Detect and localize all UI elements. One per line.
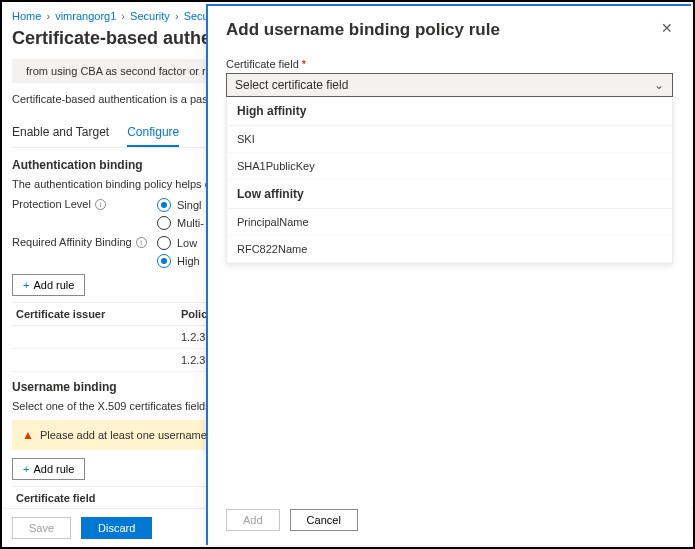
cert-field-label: Certificate field *	[226, 58, 673, 70]
breadcrumb-sep: ›	[175, 10, 179, 22]
info-icon[interactable]: i	[136, 237, 147, 248]
option-sha1publickey[interactable]: SHA1PublicKey	[227, 153, 672, 180]
protection-level-label: Protection Level i	[12, 198, 157, 210]
panel-cancel-button[interactable]: Cancel	[290, 509, 358, 531]
add-rule-button-user[interactable]: + Add rule	[12, 458, 85, 480]
group-low-affinity: Low affinity	[227, 180, 672, 209]
close-icon[interactable]: ✕	[661, 20, 673, 36]
discard-button[interactable]: Discard	[81, 517, 152, 539]
col-cert-field: Certificate field	[16, 492, 95, 504]
breadcrumb-link-security[interactable]: Security	[130, 10, 170, 22]
option-ski[interactable]: SKI	[227, 126, 672, 153]
affinity-low-label: Low	[177, 237, 197, 249]
affinity-high-radio[interactable]: High	[157, 254, 200, 268]
add-rule-button-auth[interactable]: + Add rule	[12, 274, 85, 296]
panel-title: Add username binding policy rule	[226, 20, 500, 40]
plus-icon: +	[23, 279, 29, 291]
save-button: Save	[12, 517, 71, 539]
affinity-low-radio[interactable]: Low	[157, 236, 200, 250]
cell-oid: 1.2.3	[181, 354, 205, 366]
cert-field-select[interactable]: Select certificate field ⌄	[226, 73, 673, 97]
side-panel: Add username binding policy rule ✕ Certi…	[206, 4, 691, 545]
select-placeholder: Select certificate field	[235, 78, 348, 92]
col-cert-issuer: Certificate issuer	[16, 308, 181, 320]
breadcrumb-link-home[interactable]: Home	[12, 10, 41, 22]
radio-icon	[157, 216, 171, 230]
plus-icon: +	[23, 463, 29, 475]
protection-single-radio[interactable]: Singl	[157, 198, 204, 212]
radio-icon	[157, 254, 171, 268]
radio-icon	[157, 198, 171, 212]
panel-add-button: Add	[226, 509, 280, 531]
protection-multi-radio[interactable]: Multi-	[157, 216, 204, 230]
add-rule-label: Add rule	[33, 279, 74, 291]
chevron-down-icon: ⌄	[654, 78, 664, 92]
option-rfc822name[interactable]: RFC822Name	[227, 236, 672, 263]
breadcrumb-sep: ›	[46, 10, 50, 22]
protection-multi-label: Multi-	[177, 217, 204, 229]
cell-oid: 1.2.3	[181, 331, 205, 343]
radio-icon	[157, 236, 171, 250]
tab-configure[interactable]: Configure	[127, 119, 179, 147]
breadcrumb-link-org[interactable]: vimrangorg1	[55, 10, 116, 22]
warning-icon: ▲	[22, 428, 34, 442]
tab-enable-target[interactable]: Enable and Target	[12, 119, 109, 147]
protection-single-label: Singl	[177, 199, 201, 211]
option-principalname[interactable]: PrincipalName	[227, 209, 672, 236]
add-rule-label: Add rule	[33, 463, 74, 475]
group-high-affinity: High affinity	[227, 97, 672, 126]
cert-field-dropdown: High affinity SKI SHA1PublicKey Low affi…	[226, 97, 673, 264]
info-icon[interactable]: i	[95, 199, 106, 210]
affinity-high-label: High	[177, 255, 200, 267]
affinity-label: Required Affinity Binding i	[12, 236, 157, 248]
col-policy: Polic	[181, 308, 207, 320]
breadcrumb-sep: ›	[121, 10, 125, 22]
